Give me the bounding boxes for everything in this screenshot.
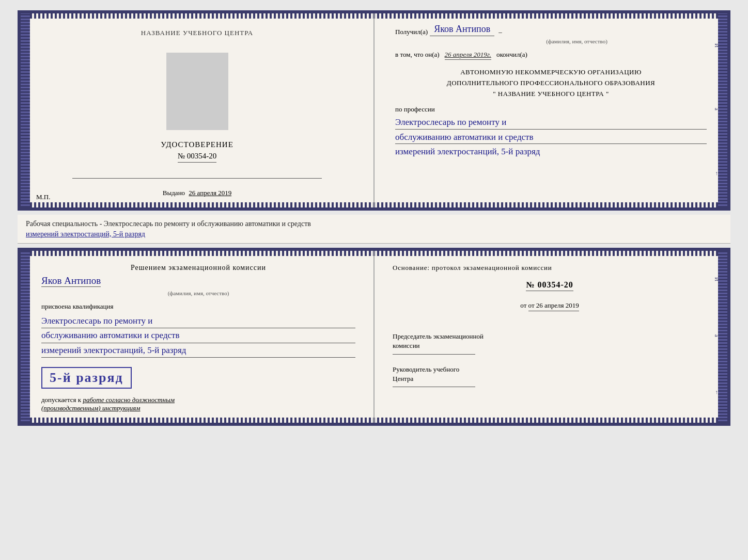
- rukovoditel-block: Руководитель учебного Центра: [393, 365, 707, 387]
- fio-subtitle-top: (фамилия, имя, отчество): [395, 38, 707, 44]
- vydano-date: 26 апреля 2019: [189, 189, 231, 197]
- org-block: АВТОНОМНУЮ НЕКОММЕРЧЕСКУЮ ОРГАНИЗАЦИЮ ДО…: [395, 67, 707, 99]
- prof-line2: обслуживанию автоматики и средств: [395, 131, 707, 145]
- document-container: НАЗВАНИЕ УЧЕБНОГО ЦЕНТРА УДОСТОВЕРЕНИЕ №…: [18, 10, 730, 426]
- bottom-name: Яков Антипов: [41, 275, 101, 287]
- q-line3: измерений электростанций, 5-й разряд: [41, 343, 355, 358]
- predsedatel-block: Председатель экзаменационной комиссии: [393, 332, 707, 354]
- prof-line1: Электрослесарь по ремонту и: [395, 116, 707, 130]
- recipient-name: Яков Антипов: [430, 24, 494, 36]
- spine-bottom-right: [718, 251, 727, 423]
- line-sep: [72, 178, 321, 179]
- qual-lines-bottom: Электрослесарь по ремонту и обслуживанию…: [41, 314, 355, 358]
- q-line1: Электрослесарь по ремонту и: [41, 314, 355, 328]
- ot-prefix: от: [520, 301, 528, 309]
- dopuskaetsya-text2: (производственным) инструкциям: [41, 404, 141, 412]
- dash-after-name: –: [498, 28, 502, 36]
- osnovanie-line: Основание: протокол экзаменационной коми…: [393, 264, 707, 272]
- predsedatel-signature-line: [393, 354, 475, 355]
- vtom-label: в том, что он(а): [395, 51, 440, 59]
- ot-line: от 26 апреля 2019: [528, 301, 579, 311]
- org-line1: АВТОНОМНУЮ НЕКОММЕРЧЕСКУЮ ОРГАНИЗАЦИЮ: [395, 67, 707, 78]
- org-quote2: ": [606, 90, 609, 98]
- udostoverenie-title: УДОСТОВЕРЕНИЕ: [161, 140, 233, 149]
- left-page-top: НАЗВАНИЕ УЧЕБНОГО ЦЕНТРА УДОСТОВЕРЕНИЕ №…: [21, 13, 375, 207]
- photo-placeholder: [166, 53, 228, 130]
- ws-text2: измерений электростанций, 5-й разряд: [26, 230, 145, 238]
- razryad-text: 5-й разряд: [50, 370, 123, 385]
- org-line2: ДОПОЛНИТЕЛЬНОГО ПРОФЕССИОНАЛЬНОГО ОБРАЗО…: [395, 78, 707, 89]
- fio-sub2-bottom: (фамилия, имя, отчество): [41, 290, 355, 296]
- komissia-label: комиссии: [393, 342, 420, 349]
- okonchil-label: окончил(а): [496, 51, 527, 59]
- dopuskaetsya-line: допускается к работе согласно должностны…: [41, 396, 355, 412]
- poprofessii-label: по профессии: [395, 105, 707, 114]
- num-line: № 00354-20: [526, 280, 573, 291]
- vtom-line: в том, что он(а) 26 апреля 2019г. окончи…: [395, 51, 707, 60]
- centra-label: Центра: [393, 375, 413, 382]
- org-name-line: " НАЗВАНИЕ УЧЕБНОГО ЦЕНТРА ": [395, 89, 707, 100]
- poluchil-label: Получил(а): [395, 28, 428, 36]
- spine-right: [718, 13, 727, 207]
- prof-lines: Электрослесарь по ремонту и обслуживанию…: [395, 116, 707, 158]
- vtom-date: 26 апреля 2019г.: [445, 51, 491, 60]
- razryad-badge: 5-й разряд: [41, 367, 132, 389]
- udostoverenie-num: № 00354-20: [178, 152, 217, 163]
- ws-text1: Рабочая специальность - Электрослесарь п…: [26, 220, 311, 228]
- right-page-top: Получил(а) Яков Антипов – (фамилия, имя,…: [375, 13, 727, 207]
- book-bottom: Решением экзаменационной комиссии Яков А…: [18, 248, 730, 426]
- org-name: НАЗВАНИЕ УЧЕБНОГО ЦЕНТРА: [498, 90, 604, 98]
- prof-line3: измерений электростанций, 5-й разряд: [395, 145, 707, 158]
- center-title-top: НАЗВАНИЕ УЧЕБНОГО ЦЕНТРА: [141, 29, 253, 37]
- prisvoena-line: присвоена квалификация: [41, 302, 355, 311]
- resheniem-line: Решением экзаменационной комиссии: [41, 264, 355, 272]
- bottom-right-page: Основание: протокол экзаменационной коми…: [375, 251, 727, 423]
- vydano-label: Выдано: [163, 189, 185, 197]
- book-top: НАЗВАНИЕ УЧЕБНОГО ЦЕНТРА УДОСТОВЕРЕНИЕ №…: [18, 10, 730, 211]
- dopuskaetsya-label: допускается к: [41, 396, 81, 404]
- working-specialty-label: Рабочая специальность - Электрослесарь п…: [18, 215, 730, 244]
- vydano-line: Выдано 26 апреля 2019: [163, 189, 231, 197]
- dopuskaetsya-text: работе согласно должностным: [83, 396, 175, 404]
- predsedatel-label: Председатель экзаменационной: [393, 332, 484, 340]
- rukovoditel-signature-line: [393, 387, 475, 387]
- rukovoditel-label: Руководитель учебного: [393, 365, 459, 373]
- poluchil-line: Получил(а) Яков Антипов –: [395, 24, 707, 36]
- bottom-left-page: Решением экзаменационной комиссии Яков А…: [21, 251, 375, 423]
- mp-label: М.П.: [36, 193, 50, 201]
- org-quote1: ": [493, 90, 496, 98]
- q-line2: обслуживанию автоматики и средств: [41, 328, 355, 343]
